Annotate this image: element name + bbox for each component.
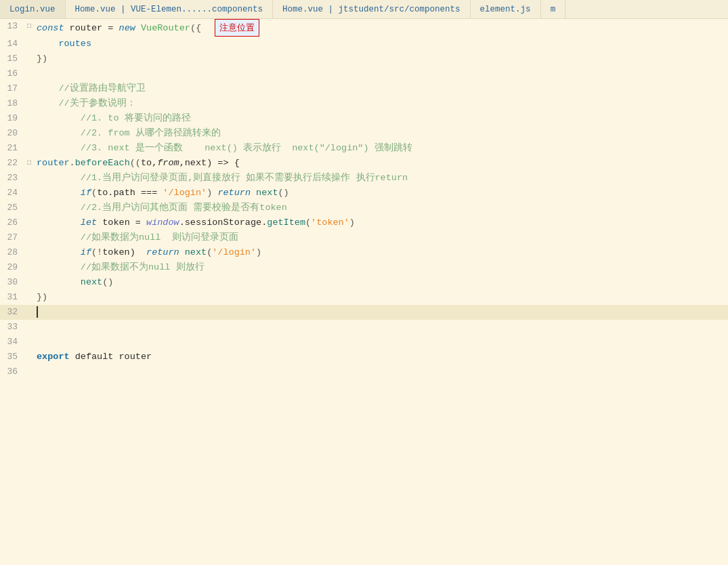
tab-element[interactable]: element.js <box>471 0 541 18</box>
fold-icon-19 <box>24 111 34 126</box>
line-number-32: 32 <box>0 305 24 320</box>
code-line-16: 16 <box>0 66 728 81</box>
code-line-24: 24 if(to.path === '/login') return next(… <box>0 186 728 201</box>
code-line-23: 23 //1.当用户访问登录页面,则直接放行 如果不需要执行后续操作 执行ret… <box>0 171 728 186</box>
line-number-34: 34 <box>0 335 24 350</box>
line-number-24: 24 <box>0 186 24 201</box>
fold-icon-32 <box>24 305 34 320</box>
fold-icon-27 <box>24 230 34 245</box>
fold-icon-29 <box>24 260 34 275</box>
code-line-25: 25 //2.当用户访问其他页面 需要校验是否有token <box>0 201 728 215</box>
line-content-17: //设置路由导航守卫 <box>34 81 728 96</box>
line-number-21: 21 <box>0 141 24 156</box>
line-number-26: 26 <box>0 215 24 230</box>
line-content-21: //3. next 是一个函数 next() 表示放行 next("/login… <box>34 141 728 156</box>
fold-icon-15 <box>24 51 34 66</box>
line-number-31: 31 <box>0 290 24 305</box>
line-number-22: 22 <box>0 156 24 171</box>
code-line-32: 32 <box>0 305 728 320</box>
fold-icon-33 <box>24 320 34 335</box>
line-content-19: //1. to 将要访问的路径 <box>34 111 728 126</box>
fold-icon-28 <box>24 245 34 260</box>
fold-icon-14 <box>24 37 34 51</box>
line-number-15: 15 <box>0 51 24 66</box>
tab-m[interactable]: m <box>541 0 566 18</box>
fold-icon-22[interactable]: □ <box>24 156 34 171</box>
fold-icon-30 <box>24 275 34 290</box>
code-line-19: 19 //1. to 将要访问的路径 <box>0 111 728 126</box>
code-editor[interactable]: 13 □ const router = new VueRouter({注意位置 … <box>0 19 728 379</box>
code-line-14: 14 routes <box>0 37 728 51</box>
line-number-28: 28 <box>0 245 24 260</box>
line-number-16: 16 <box>0 66 24 81</box>
line-content-22: router.beforeEach((to,from,next) => { <box>34 156 728 171</box>
line-content-34 <box>34 335 728 350</box>
code-line-28: 28 if(!token) return next('/login') <box>0 245 728 260</box>
line-number-18: 18 <box>0 96 24 111</box>
code-line-21: 21 //3. next 是一个函数 next() 表示放行 next("/lo… <box>0 141 728 156</box>
code-line-22: 22 □ router.beforeEach((to,from,next) =>… <box>0 156 728 171</box>
tab-home-components[interactable]: Home.vue | jtstudent/src/components <box>273 0 471 18</box>
line-number-33: 33 <box>0 320 24 335</box>
line-content-30: next() <box>34 275 728 290</box>
fold-icon-16 <box>24 66 34 81</box>
fold-icon-36 <box>24 364 34 379</box>
line-content-24: if(to.path === '/login') return next() <box>34 186 728 201</box>
code-line-15: 15 }) <box>0 51 728 66</box>
fold-icon-31 <box>24 290 34 305</box>
line-number-13: 13 <box>0 19 24 37</box>
annotation-badge: 注意位置 <box>215 19 259 37</box>
code-line-13: 13 □ const router = new VueRouter({注意位置 <box>0 19 728 37</box>
line-content-29: //如果数据不为null 则放行 <box>34 260 728 275</box>
code-line-26: 26 let token = window.sessionStorage.get… <box>0 215 728 230</box>
line-number-25: 25 <box>0 201 24 215</box>
line-content-36 <box>34 364 728 379</box>
line-number-23: 23 <box>0 171 24 186</box>
tab-bar: Login.vue Home.vue | VUE-Elemen......com… <box>0 0 728 19</box>
code-line-27: 27 //如果数据为null 则访问登录页面 <box>0 230 728 245</box>
line-number-20: 20 <box>0 126 24 141</box>
code-line-20: 20 //2. from 从哪个路径跳转来的 <box>0 126 728 141</box>
fold-icon-35 <box>24 350 34 364</box>
line-number-14: 14 <box>0 37 24 51</box>
code-line-33: 33 <box>0 320 728 335</box>
line-number-35: 35 <box>0 350 24 364</box>
fold-icon-34 <box>24 335 34 350</box>
code-line-36: 36 <box>0 364 728 379</box>
line-content-23: //1.当用户访问登录页面,则直接放行 如果不需要执行后续操作 执行return <box>34 171 728 186</box>
code-line-35: 35 export default router <box>0 350 728 364</box>
fold-icon-18 <box>24 96 34 111</box>
line-content-33 <box>34 320 728 335</box>
code-line-30: 30 next() <box>0 275 728 290</box>
fold-icon-13[interactable]: □ <box>24 19 34 37</box>
code-line-29: 29 //如果数据不为null 则放行 <box>0 260 728 275</box>
line-content-31: }) <box>34 290 728 305</box>
line-number-19: 19 <box>0 111 24 126</box>
line-number-17: 17 <box>0 81 24 96</box>
line-content-27: //如果数据为null 则访问登录页面 <box>34 230 728 245</box>
fold-icon-17 <box>24 81 34 96</box>
code-line-34: 34 <box>0 335 728 350</box>
line-content-14: routes <box>34 37 728 51</box>
line-content-35: export default router <box>34 350 728 364</box>
line-content-26: let token = window.sessionStorage.getIte… <box>34 215 728 230</box>
line-number-29: 29 <box>0 260 24 275</box>
line-content-16 <box>34 66 728 81</box>
fold-icon-21 <box>24 141 34 156</box>
fold-icon-23 <box>24 171 34 186</box>
line-content-25: //2.当用户访问其他页面 需要校验是否有token <box>34 201 728 215</box>
code-line-18: 18 //关于参数说明： <box>0 96 728 111</box>
line-content-18: //关于参数说明： <box>34 96 728 111</box>
line-content-32 <box>34 305 728 320</box>
code-line-31: 31 }) <box>0 290 728 305</box>
tab-home-elements[interactable]: Home.vue | VUE-Elemen......components <box>66 0 274 18</box>
line-content-28: if(!token) return next('/login') <box>34 245 728 260</box>
fold-icon-26 <box>24 215 34 230</box>
line-content-13: const router = new VueRouter({注意位置 <box>34 19 728 37</box>
fold-icon-24 <box>24 186 34 201</box>
fold-icon-20 <box>24 126 34 141</box>
line-content-15: }) <box>34 51 728 66</box>
tab-login[interactable]: Login.vue <box>0 0 66 18</box>
fold-icon-25 <box>24 201 34 215</box>
line-number-30: 30 <box>0 275 24 290</box>
